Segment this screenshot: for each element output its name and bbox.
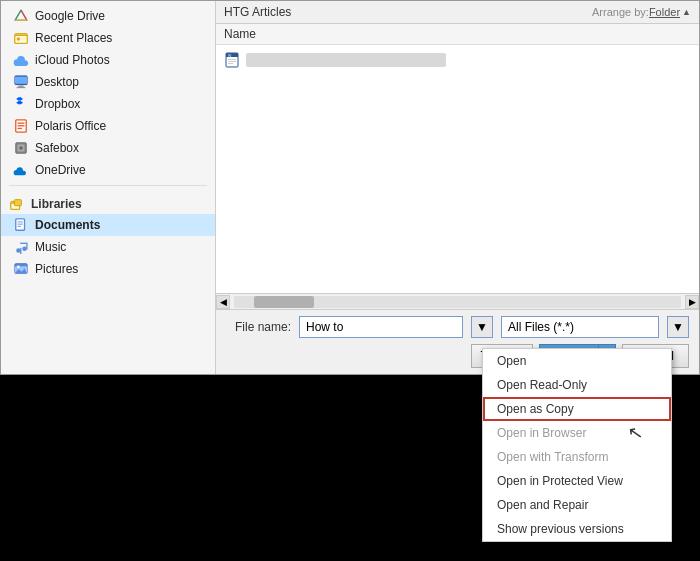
- filetype-value: All Files (*.*): [508, 320, 574, 334]
- svg-rect-29: [20, 243, 27, 244]
- file-list-header: Name: [216, 24, 699, 45]
- svg-rect-40: [228, 61, 236, 62]
- horizontal-scrollbar[interactable]: ◀ ▶: [216, 293, 699, 309]
- pictures-icon: [13, 261, 29, 277]
- desktop-icon: [13, 74, 29, 90]
- file-item[interactable]: W: [216, 49, 699, 71]
- filename-dropdown-arrow: ▼: [476, 320, 488, 334]
- sidebar-item-recent-places[interactable]: Recent Places: [1, 27, 215, 49]
- svg-rect-25: [18, 224, 23, 225]
- sidebar-label-icloud: iCloud Photos: [35, 53, 110, 67]
- filename-dropdown-btn[interactable]: ▼: [471, 316, 493, 338]
- location-bar: HTG Articles Arrange by: Folder ▲: [216, 1, 699, 24]
- sidebar-label-polaris: Polaris Office: [35, 119, 106, 133]
- svg-rect-31: [26, 243, 27, 250]
- file-name-blurred: [246, 53, 446, 67]
- location-text: HTG Articles: [224, 5, 291, 19]
- sidebar-item-pictures[interactable]: Pictures: [1, 258, 215, 280]
- svg-rect-24: [18, 222, 23, 223]
- sidebar-label-pictures: Pictures: [35, 262, 78, 276]
- icloud-icon: [13, 52, 29, 68]
- sidebar-item-documents[interactable]: Documents: [1, 214, 215, 236]
- scroll-left-btn[interactable]: ◀: [216, 295, 230, 309]
- word-doc-icon: W: [224, 52, 240, 68]
- svg-point-27: [16, 248, 20, 252]
- recent-places-icon: [13, 30, 29, 46]
- google-drive-icon: [13, 8, 29, 24]
- libraries-section-label: Libraries: [1, 190, 215, 214]
- svg-rect-10: [17, 87, 26, 88]
- libraries-label: Libraries: [31, 197, 82, 211]
- sidebar-item-music[interactable]: Music: [1, 236, 215, 258]
- dropdown-item-open-with-transform: Open with Transform: [483, 445, 671, 469]
- svg-rect-39: [228, 59, 236, 60]
- arrange-by-label: Arrange by:: [592, 6, 649, 18]
- safebox-icon: [13, 140, 29, 156]
- dropdown-item-open[interactable]: Open: [483, 349, 671, 373]
- sidebar-item-safebox[interactable]: Safebox: [1, 137, 215, 159]
- svg-rect-30: [20, 248, 21, 254]
- svg-rect-22: [14, 200, 21, 206]
- sidebar-item-icloud-photos[interactable]: iCloud Photos: [1, 49, 215, 71]
- dropbox-icon: [13, 96, 29, 112]
- svg-point-28: [22, 247, 26, 251]
- sidebar-item-desktop[interactable]: Desktop: [1, 71, 215, 93]
- libraries-icon: [9, 196, 25, 212]
- dropdown-item-open-and-repair[interactable]: Open and Repair: [483, 493, 671, 517]
- dropdown-item-open-read-only[interactable]: Open Read-Only: [483, 373, 671, 397]
- scroll-track-h: [234, 296, 681, 308]
- scroll-right-btn[interactable]: ▶: [685, 295, 699, 309]
- main-area: HTG Articles Arrange by: Folder ▲ Name W: [216, 1, 699, 374]
- open-file-dialog: Google Drive Recent Places: [0, 0, 700, 375]
- sidebar-item-onedrive[interactable]: OneDrive: [1, 159, 215, 181]
- sidebar-label-music: Music: [35, 240, 66, 254]
- sidebar-label-google-drive: Google Drive: [35, 9, 105, 23]
- dropdown-item-show-previous-versions[interactable]: Show previous versions: [483, 517, 671, 541]
- svg-rect-9: [18, 86, 23, 88]
- scroll-thumb-h: [254, 296, 314, 308]
- sidebar-label-recent-places: Recent Places: [35, 31, 112, 45]
- filetype-dropdown-btn[interactable]: ▼: [667, 316, 689, 338]
- svg-rect-15: [18, 125, 25, 126]
- open-dropdown-menu: Open Open Read-Only Open as Copy Open in…: [482, 348, 672, 542]
- dropdown-item-open-protected-view[interactable]: Open in Protected View: [483, 469, 671, 493]
- sidebar-label-onedrive: OneDrive: [35, 163, 86, 177]
- onedrive-icon: [13, 162, 29, 178]
- svg-marker-0: [15, 10, 27, 20]
- svg-point-19: [19, 146, 23, 150]
- svg-rect-14: [18, 123, 25, 124]
- svg-point-6: [17, 37, 21, 41]
- svg-line-2: [21, 10, 27, 20]
- filetype-arrow: ▼: [672, 320, 684, 334]
- polaris-icon: [13, 118, 29, 134]
- filename-input[interactable]: [299, 316, 463, 338]
- svg-rect-8: [15, 77, 27, 84]
- svg-line-1: [15, 10, 21, 20]
- sidebar-label-documents: Documents: [35, 218, 100, 232]
- documents-icon: [13, 217, 29, 233]
- sidebar-label-dropbox: Dropbox: [35, 97, 80, 111]
- svg-point-35: [17, 266, 20, 269]
- file-list: W: [216, 45, 699, 293]
- svg-rect-41: [228, 63, 233, 64]
- column-name: Name: [224, 27, 256, 41]
- filename-label: File name:: [226, 320, 291, 334]
- filename-row: File name: ▼ All Files (*.*) ▼: [226, 316, 689, 338]
- sidebar: Google Drive Recent Places: [1, 1, 216, 374]
- sidebar-item-polaris[interactable]: Polaris Office: [1, 115, 215, 137]
- sidebar-divider: [9, 185, 207, 186]
- arrange-by-value[interactable]: Folder: [649, 6, 680, 18]
- dropdown-item-open-as-copy[interactable]: Open as Copy: [483, 397, 671, 421]
- svg-rect-16: [18, 128, 22, 129]
- arrange-by-arrow: ▲: [682, 7, 691, 17]
- sidebar-label-safebox: Safebox: [35, 141, 79, 155]
- filetype-display: All Files (*.*): [501, 316, 659, 338]
- sidebar-item-dropbox[interactable]: Dropbox: [1, 93, 215, 115]
- sidebar-label-desktop: Desktop: [35, 75, 79, 89]
- music-icon: [13, 239, 29, 255]
- svg-rect-26: [18, 226, 22, 227]
- sidebar-item-google-drive[interactable]: Google Drive: [1, 5, 215, 27]
